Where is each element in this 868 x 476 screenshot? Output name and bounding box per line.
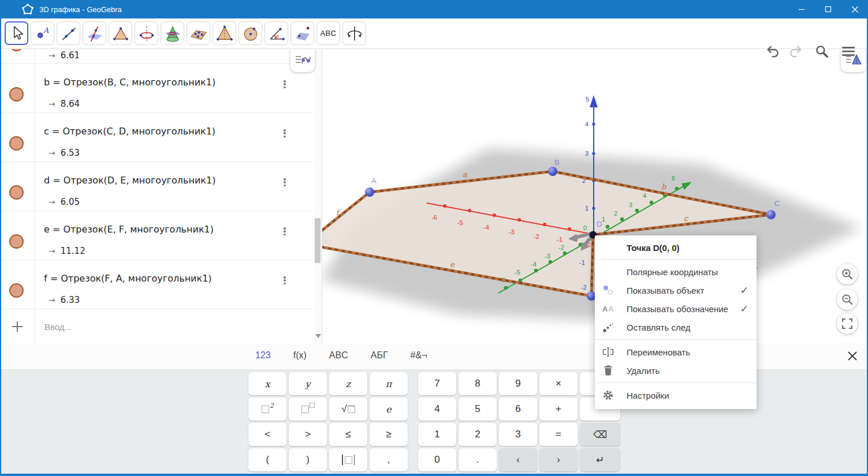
row-menu-button[interactable] xyxy=(280,275,289,286)
key-square[interactable]: 2 xyxy=(248,398,286,421)
row-menu-button[interactable] xyxy=(280,79,289,89)
point-tool[interactable]: A xyxy=(31,21,54,45)
menu-item-rename[interactable]: Переименовать xyxy=(595,343,757,361)
key-cursor-right[interactable]: › xyxy=(539,448,578,471)
point-B[interactable] xyxy=(548,167,557,176)
key-plus[interactable]: + xyxy=(539,398,578,421)
key-z[interactable]: z xyxy=(329,372,367,395)
move-tool[interactable] xyxy=(5,21,28,45)
key-power[interactable] xyxy=(289,398,327,421)
key-e[interactable]: e xyxy=(370,398,408,421)
perpendicular-line-tool[interactable] xyxy=(83,21,106,45)
main-menu-button[interactable] xyxy=(839,42,858,61)
algebra-input-row[interactable] xyxy=(0,309,314,343)
key-6[interactable]: 6 xyxy=(499,398,537,421)
row-value: →8.64 xyxy=(49,99,80,109)
key-equals[interactable]: = xyxy=(539,423,578,446)
key-1[interactable]: 1 xyxy=(418,423,456,446)
keyboard-tab-symbols[interactable]: #&¬ xyxy=(407,350,431,361)
polygon-tool[interactable] xyxy=(109,21,132,45)
key-5[interactable]: 5 xyxy=(459,398,497,421)
key-geq[interactable]: ≥ xyxy=(370,423,408,446)
keyboard-tab-functions[interactable]: f(x) xyxy=(290,350,310,361)
intersect-two-surfaces-tool[interactable] xyxy=(161,21,184,45)
point-C[interactable] xyxy=(766,210,776,219)
key-decimal-point[interactable]: . xyxy=(459,448,497,471)
scrollbar-thumb[interactable] xyxy=(315,218,321,263)
algebra-row-b[interactable]: b = Отрезок(B, C, многоугольник1)→8.64 xyxy=(0,63,314,113)
zoom-in-button[interactable] xyxy=(837,264,858,284)
row-menu-button[interactable] xyxy=(280,128,289,138)
visibility-toggle[interactable] xyxy=(9,185,24,200)
key-cursor-left[interactable]: ‹ xyxy=(499,448,537,471)
circle-with-axis-tool[interactable] xyxy=(135,21,158,45)
algebra-row-f[interactable]: f = Отрезок(F, A, многоугольник1)→6.33 xyxy=(0,260,314,309)
menu-item-delete[interactable]: Удалить xyxy=(595,361,757,380)
menu-item-settings[interactable]: Настройки xyxy=(595,386,757,404)
scrollbar-down-arrow[interactable] xyxy=(315,334,321,338)
algebra-input[interactable] xyxy=(43,317,277,336)
reflect-about-plane-tool[interactable] xyxy=(290,21,314,45)
key-3[interactable]: 3 xyxy=(499,423,537,446)
sphere-tool[interactable] xyxy=(239,21,262,45)
key-pi[interactable]: π xyxy=(370,372,408,395)
key-4[interactable]: 4 xyxy=(418,398,456,421)
keyboard-tab-numbers[interactable]: 123 xyxy=(252,350,274,361)
row-value: →11.12 xyxy=(49,246,85,256)
key-2[interactable]: 2 xyxy=(459,423,497,446)
key-enter[interactable]: ↵ xyxy=(580,448,620,471)
key-7[interactable]: 7 xyxy=(418,372,456,395)
minimize-button[interactable] xyxy=(788,0,815,18)
redo-button[interactable] xyxy=(785,42,805,61)
menu-item-show-label[interactable]: AAПоказывать обозначение✓ xyxy=(595,299,757,318)
maximize-button[interactable] xyxy=(815,0,841,18)
key-y[interactable]: y xyxy=(289,372,327,395)
undo-button[interactable] xyxy=(763,42,783,61)
visibility-toggle[interactable] xyxy=(9,87,24,102)
pyramid-tool[interactable] xyxy=(213,21,236,45)
key-backspace[interactable]: ⌫ xyxy=(580,423,620,446)
key-x[interactable]: x xyxy=(248,372,286,395)
key-9[interactable]: 9 xyxy=(499,372,537,395)
keyboard-tab-latin[interactable]: ABC xyxy=(326,350,352,361)
visibility-toggle[interactable] xyxy=(9,49,24,51)
key-leq[interactable]: ≤ xyxy=(329,423,367,446)
key-greater-than[interactable]: > xyxy=(289,423,327,446)
key-abs[interactable] xyxy=(329,448,367,471)
key-paren-open[interactable]: ( xyxy=(248,448,286,471)
plane-through-points-tool[interactable] xyxy=(187,21,210,45)
algebra-row-d[interactable]: d = Отрезок(D, E, многоугольник1)→6.05 xyxy=(0,162,314,211)
menu-item-polar-coordinates[interactable]: Полярные координаты xyxy=(595,263,757,281)
key-paren-close[interactable]: ) xyxy=(289,448,327,471)
keyboard-tab-cyrillic[interactable]: АБГ xyxy=(367,350,392,361)
zoom-out-button[interactable] xyxy=(837,289,858,310)
point-A[interactable] xyxy=(365,188,374,197)
key-multiply[interactable]: × xyxy=(539,372,578,395)
angle-tool[interactable]: α xyxy=(265,21,288,45)
visibility-toggle[interactable] xyxy=(9,283,24,298)
search-button[interactable] xyxy=(812,42,832,61)
fullscreen-button[interactable] xyxy=(837,313,858,334)
text-tool[interactable]: ABC xyxy=(316,21,340,45)
algebra-row-a[interactable]: →6.61 xyxy=(0,49,314,63)
visibility-toggle[interactable] xyxy=(9,136,24,151)
key-8[interactable]: 8 xyxy=(459,372,497,395)
algebra-row-c[interactable]: c = Отрезок(C, D, многоугольник1)→6.53 xyxy=(0,113,314,162)
algebra-style-button[interactable] xyxy=(290,49,315,72)
key-comma[interactable]: , xyxy=(370,448,408,471)
menu-item-trace[interactable]: Оставлять след xyxy=(595,318,757,336)
row-menu-button[interactable] xyxy=(280,177,289,188)
key-less-than[interactable]: < xyxy=(248,423,286,446)
visibility-toggle[interactable] xyxy=(9,234,24,249)
row-menu-button[interactable] xyxy=(280,226,289,237)
key-0[interactable]: 0 xyxy=(418,448,456,471)
keyboard-close-button[interactable] xyxy=(844,348,861,365)
key-sqrt[interactable]: √ xyxy=(329,398,367,421)
add-input-button[interactable] xyxy=(10,320,24,333)
menu-item-show-object[interactable]: Показывать объект✓ xyxy=(595,281,757,299)
line-tool[interactable] xyxy=(57,21,80,45)
rotate-view-tool[interactable] xyxy=(342,21,366,45)
algebra-row-e[interactable]: e = Отрезок(E, F, многоугольник1)→11.12 xyxy=(0,211,314,260)
algebra-scrollbar[interactable] xyxy=(314,49,322,343)
close-button[interactable] xyxy=(841,0,868,18)
